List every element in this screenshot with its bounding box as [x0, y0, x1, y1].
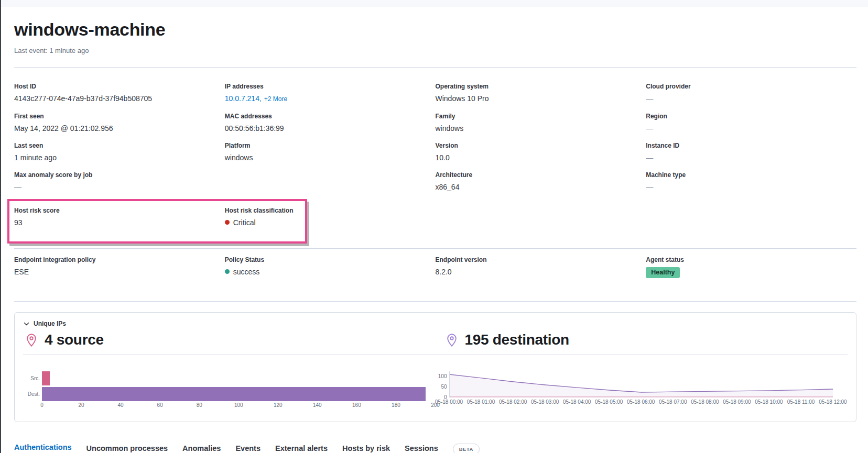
field-label: Region [646, 112, 856, 120]
tab-uncommon-processes[interactable]: Uncommon processes [86, 444, 168, 453]
field-label: Last seen [14, 141, 225, 150]
line-y-tick: 50 [441, 384, 447, 390]
line-x-tick: 05-18 01:00 [467, 399, 495, 405]
line-x-tick: 05-18 06:00 [627, 399, 655, 405]
line-x-tick: 05-18 03:00 [531, 399, 559, 405]
field-architecture: Architecture x86_64 [436, 171, 646, 193]
field-region: Region — [646, 112, 856, 134]
field-host-risk-classification: Host risk classification Critical [225, 206, 436, 228]
destination-ips-stat: 195 destination [465, 332, 569, 348]
field-value: — [646, 152, 856, 163]
field-value: 8.2.0 [436, 267, 646, 278]
bar-axis-tick: 40 [118, 402, 124, 408]
field-label: Architecture [436, 171, 646, 179]
field-value: — [646, 123, 856, 134]
line-x-tick: 05-18 07:00 [659, 399, 687, 405]
bar-axis-tick: 180 [392, 402, 400, 408]
field-value: windows [436, 123, 646, 134]
bar-chart-x-axis: 020406080100120140160180200 [42, 402, 436, 410]
field-version: Version 10.0 [436, 141, 646, 163]
field-value: May 14, 2022 @ 01:21:02.956 [14, 123, 225, 134]
line-x-tick: 05-18 05:00 [595, 399, 623, 405]
field-value: 4143c277-074e-47a9-b37d-37f94b508705 [14, 93, 225, 104]
bar-axis-tick: 100 [234, 402, 243, 408]
line-x-tick: 05-18 10:00 [755, 399, 783, 405]
unique-ips-bar-chart: Src. Dest. 020406080100120140160180200 [23, 371, 436, 410]
page-title: windows-machine [14, 20, 856, 39]
field-last-seen: Last seen 1 minute ago [14, 141, 225, 163]
field-value: Windows 10 Pro [436, 93, 646, 104]
field-label: Operating system [436, 82, 646, 91]
unique-ips-panel: Unique IPs 4 source 195 destination Src. [14, 312, 856, 422]
line-x-tick: 05-18 12:00 [819, 399, 847, 405]
unique-ips-line-chart: 050100 05-18 00:0005-18 01:0005-18 02:00… [436, 371, 848, 410]
ip-address-link[interactable]: 10.0.7.214, [225, 94, 262, 103]
field-label: Family [436, 112, 646, 120]
host-details-page: windows-machine Last event: 1 minute ago… [14, 20, 856, 453]
field-host-id: Host ID 4143c277-074e-47a9-b37d-37f94b50… [14, 82, 225, 105]
field-label: Policy Status [225, 256, 436, 264]
line-chart-x-axis: 05-18 00:0005-18 01:0005-18 02:0005-18 0… [449, 399, 833, 406]
field-value: 1 minute ago [14, 152, 225, 163]
field-platform: Platform windows [225, 141, 436, 163]
field-value: 10.0 [436, 152, 646, 163]
destination-pin-icon [446, 333, 458, 347]
line-x-tick: 05-18 00:00 [435, 399, 463, 405]
field-value: — [646, 93, 856, 104]
tab-authentications[interactable]: Authentications [14, 443, 72, 453]
line-x-tick: 05-18 09:00 [723, 399, 751, 405]
field-agent-status: Agent status Healthy [646, 256, 856, 278]
bar-axis-tick: 0 [40, 402, 44, 408]
field-ip-addresses: IP addresses 10.0.7.214,+2 More [225, 82, 436, 105]
tab-hosts-by-risk[interactable]: Hosts by risk [342, 444, 390, 453]
top-strip [0, 0, 868, 7]
field-empty [225, 171, 436, 193]
line-x-tick: 05-18 08:00 [691, 399, 719, 405]
line-x-tick: 05-18 02:00 [499, 399, 527, 405]
field-label: Endpoint integration policy [14, 256, 225, 264]
field-value: ESE [14, 267, 225, 278]
field-family: Family windows [436, 112, 646, 134]
bar-axis-tick: 80 [197, 402, 202, 408]
field-label: Machine type [646, 171, 856, 179]
line-y-tick: 100 [438, 373, 447, 379]
field-policy-status: Policy Status success [225, 256, 436, 278]
field-label: IP addresses [225, 82, 436, 91]
bar-axis-tick: 140 [313, 402, 322, 408]
field-mac-addresses: MAC addresses 00:50:56:b1:36:99 [225, 112, 436, 134]
line-chart-plot-area [449, 371, 833, 397]
field-label: Instance ID [646, 141, 856, 150]
window-left-edge [0, 0, 1, 453]
endpoint-divider [14, 301, 856, 302]
bar-axis-tick: 120 [274, 402, 283, 408]
source-pin-icon [26, 333, 37, 347]
field-value: x86_64 [436, 182, 646, 193]
tab-external-alerts[interactable]: External alerts [275, 444, 328, 453]
line-chart-y-axis: 050100 [436, 371, 449, 397]
source-ips-stat: 4 source [45, 332, 104, 348]
field-value: — [14, 182, 225, 193]
field-label: Host risk classification [225, 206, 436, 215]
field-label: MAC addresses [225, 112, 436, 120]
chevron-down-icon[interactable] [23, 321, 30, 327]
field-label: Cloud provider [646, 82, 856, 91]
bar-axis-tick: 60 [157, 402, 163, 408]
bar-axis-tick: 20 [78, 402, 84, 408]
field-endpoint-version: Endpoint version 8.2.0 [436, 256, 646, 278]
tab-events[interactable]: Events [235, 444, 261, 453]
field-label: Endpoint version [436, 256, 646, 264]
field-instance-id: Instance ID — [646, 141, 856, 163]
source-bar [42, 371, 50, 385]
field-label: Agent status [646, 256, 856, 264]
ip-more-link[interactable]: +2 More [264, 95, 287, 103]
last-event-text: Last event: 1 minute ago [14, 47, 856, 54]
risk-classification-value: Critical [233, 218, 256, 227]
tab-anomalies[interactable]: Anomalies [182, 444, 221, 453]
critical-status-dot-icon [225, 220, 230, 225]
bar-label-src: Src. [23, 375, 42, 381]
field-label: Version [436, 141, 646, 150]
field-label: Platform [225, 141, 436, 150]
tab-sessions[interactable]: Sessions [405, 444, 438, 453]
field-value: — [646, 182, 856, 193]
field-max-anomaly-score: Max anomaly score by job — [14, 171, 225, 193]
